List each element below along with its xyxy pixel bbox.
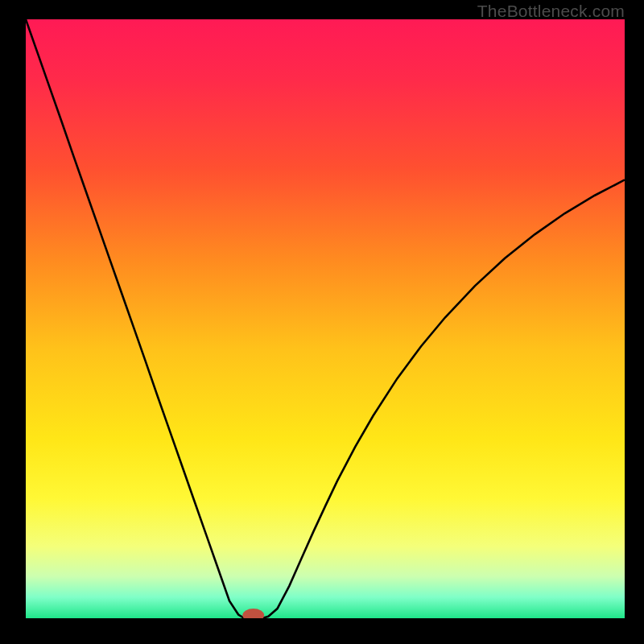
chart-svg (26, 19, 625, 618)
chart-frame: TheBottleneck.com (0, 0, 644, 644)
chart-plot-area (26, 19, 625, 618)
gradient-background (26, 19, 625, 618)
watermark-text: TheBottleneck.com (477, 2, 625, 21)
